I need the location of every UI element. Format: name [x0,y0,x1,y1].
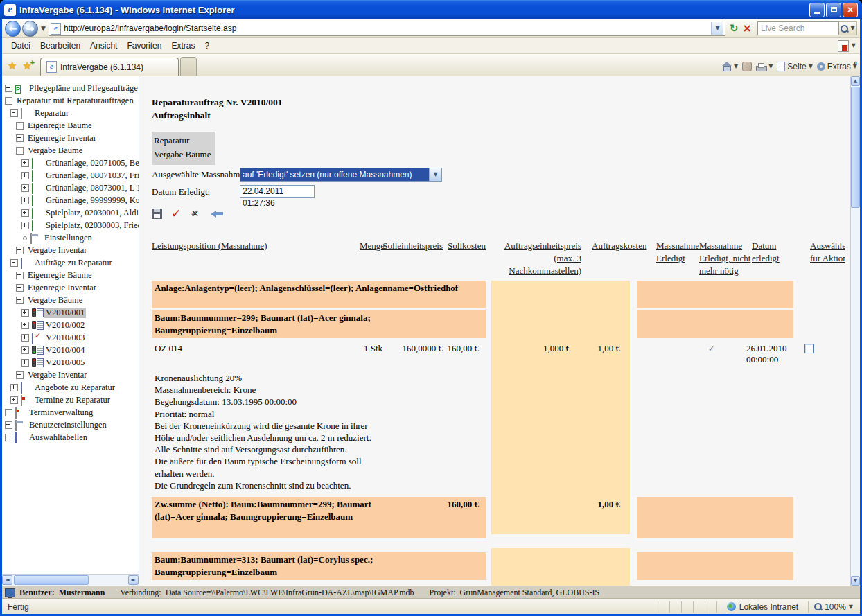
tree-item[interactable]: Angebote zu Reparatur [2,381,139,394]
address-dropdown-button[interactable]: ▼ [711,22,723,35]
aktion-checkbox[interactable] [804,344,814,353]
column-header-7[interactable]: Massnahme Erledigt [656,240,705,265]
seite-button[interactable]: Seite▼ [777,62,813,71]
save-icon[interactable] [152,209,162,219]
column-header-5[interactable]: Auftragseinheitspreis (max. 3 Nachkommas… [498,240,581,277]
search-dropdown-icon[interactable]: ▼ [850,26,854,31]
expand-icon[interactable] [21,209,29,217]
tree-item[interactable]: ✓V2010/003 [2,331,139,344]
tree-item-label[interactable]: Angebote zu Reparatur [33,382,116,393]
collapse-icon[interactable] [5,97,12,105]
expand-icon[interactable] [10,384,18,391]
tree-item[interactable]: Auswahltabellen [2,431,139,443]
expand-icon[interactable] [21,334,29,342]
scroll-left-button[interactable]: ◄ [2,575,12,585]
expand-icon[interactable] [21,184,29,192]
tree-item[interactable]: Reparatur [2,107,139,119]
expand-icon[interactable] [21,346,29,354]
expand-icon[interactable] [16,247,24,254]
tree-item-label[interactable]: Spielplatz, 02030003, Friedrich-Ebert-St… [44,220,139,231]
expand-icon[interactable] [10,396,18,404]
collapse-icon[interactable] [10,109,18,117]
tree-item[interactable]: Vergabe Bäume [2,294,139,306]
feeds-button[interactable] [742,62,752,71]
collapse-icon[interactable] [10,259,18,267]
expand-icon[interactable] [21,309,29,317]
expand-icon[interactable] [5,434,12,441]
tree-item-label[interactable]: Grünanlage, 08073001, L 1140 v.Brünner [44,183,139,193]
stop-button[interactable]: × [743,23,752,34]
tree-item[interactable]: V2010/004 [2,344,139,356]
apply-check-icon[interactable]: ✓ [171,208,181,220]
tree-item-label[interactable]: Benutzereinstellungen [28,420,108,430]
forward-button[interactable]: → [22,21,38,37]
select-dropdown-icon[interactable]: ▼ [429,168,441,181]
tree-item[interactable]: Benutzereinstellungen [2,419,139,431]
menu-bearbeiten[interactable]: Bearbeiten [35,39,85,52]
zoom-dropdown-icon[interactable]: ▼ [849,604,853,610]
scrollbar-thumb[interactable] [851,87,860,208]
tree-item[interactable]: Eigenregie Bäume [2,119,139,132]
expand-icon[interactable] [5,409,12,416]
tree-item-label[interactable]: Pflegepläne und Pflegeaufträge [28,83,139,94]
tree-item-label[interactable]: Vergabe Inventar [26,370,89,380]
tree-item-label[interactable]: Terminverwaltung [28,407,94,418]
back-arrow-icon[interactable] [211,211,223,218]
tree-item-label[interactable]: V2010/001 [44,308,86,318]
back-button[interactable]: ← [5,21,21,37]
tree-item[interactable]: Aufträge zu Reparatur [2,256,139,269]
url-text[interactable]: http://europa2/infravergabe/login/Starts… [64,24,711,33]
tree-item[interactable]: Eigenregie Inventar [2,281,139,294]
tree-item-label[interactable]: Auswahltabellen [28,432,89,443]
collapse-icon[interactable] [16,147,24,155]
tree-item-label[interactable]: Eigenregie Bäume [26,121,94,131]
content-vertical-scrollbar[interactable]: ▲ ▼ [850,76,860,586]
tree-item-label[interactable]: Reparatur [33,108,70,118]
scrollbar-thumb[interactable] [14,575,89,585]
tree-item-label[interactable]: Vergabe Inventar [26,245,89,256]
expand-icon[interactable] [21,359,29,367]
tab-infravergabe[interactable]: e InfraVergabe (6.1.134) [40,58,179,76]
expand-icon[interactable] [21,159,29,167]
menu-favoriten[interactable]: Favoriten [122,39,166,52]
extras-button[interactable]: Extras▼ [817,62,857,71]
collapse-icon[interactable] [16,297,24,304]
tree-item-label[interactable]: Aufträge zu Reparatur [33,258,114,268]
tree-item-label[interactable]: Eigenregie Bäume [26,270,94,281]
tree-item[interactable]: Eigenregie Bäume [2,269,139,281]
tree-item-label[interactable]: Grünanlage, 02071005, Bebenhäuserstr. [44,158,139,168]
tree-item[interactable]: Grünanlage, 08071037, Friesenstr./Kelten… [2,169,139,182]
tree-item[interactable]: Vergabe Bäume [2,144,139,157]
home-button[interactable]: ▼ [722,62,738,71]
column-header-1[interactable]: Leistungsposition (Massnahme) [152,240,347,252]
expand-icon[interactable] [16,272,24,279]
pdf-dropdown-icon[interactable]: ▼ [852,43,856,49]
tree-item-label[interactable]: Grünanlage, 99999999, Kulturzentrum Fu [44,195,139,206]
scroll-up-button[interactable]: ▲ [851,76,860,86]
new-tab-stub[interactable] [180,57,197,76]
column-header-4[interactable]: Sollkosten [443,240,493,252]
tree-item-label[interactable]: V2010/003 [44,333,86,343]
scroll-down-button[interactable]: ▼ [851,576,860,586]
favorites-star-icon[interactable]: ★ [8,61,17,71]
tree-item-label[interactable]: V2010/002 [44,320,86,331]
print-button[interactable]: ▼ [756,63,773,71]
live-search-input[interactable]: Live Search [757,21,839,35]
tree-item[interactable]: Vergabe Inventar [2,369,139,381]
expand-icon[interactable] [16,284,24,292]
tree-item[interactable]: Eigenregie Inventar [2,132,139,144]
column-header-6[interactable]: Auftragskosten [592,240,642,252]
scroll-right-button[interactable]: ► [128,575,139,585]
tree-item-label[interactable]: Vergabe Bäume [26,146,84,156]
tree-item-label[interactable]: Einstellungen [43,233,94,243]
menu-ansicht[interactable]: Ansicht [85,39,122,52]
expand-icon[interactable] [16,371,24,379]
tree-item[interactable]: Spielplatz, 02030003, Friedrich-Ebert-St… [2,219,139,231]
expand-icon[interactable] [5,85,12,92]
expand-icon[interactable] [21,222,29,229]
tree-item-label[interactable]: V2010/005 [44,358,86,368]
tree-item[interactable]: Grünanlage, 08073001, L 1140 v.Brünner [2,182,139,194]
massnahmen-select[interactable]: auf 'Erledigt' setzen (nur offene Massna… [240,168,442,182]
add-favorite-icon[interactable]: ★ [22,61,31,71]
tree-item[interactable]: Grünanlage, 02071005, Bebenhäuserstr. [2,157,139,169]
